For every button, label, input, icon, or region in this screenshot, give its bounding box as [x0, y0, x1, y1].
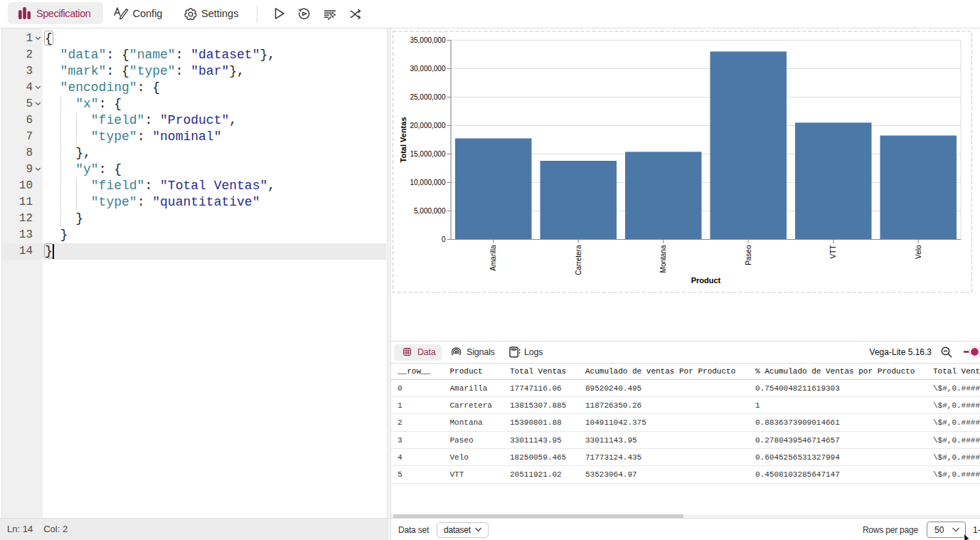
svg-text:Velo: Velo: [915, 245, 922, 259]
svg-text:25,000,000: 25,000,000: [410, 93, 445, 101]
svg-text:Product: Product: [691, 276, 721, 285]
svg-text:35,000,000: 35,000,000: [410, 36, 445, 44]
svg-text:20,000,000: 20,000,000: [410, 122, 445, 129]
svg-text:30,000,000: 30,000,000: [410, 65, 445, 73]
svg-text:Paseo: Paseo: [745, 245, 752, 265]
svg-text:10,000,000: 10,000,000: [410, 179, 445, 186]
svg-text:5,000,000: 5,000,000: [414, 207, 446, 215]
svg-text:Carretera: Carretera: [575, 245, 582, 275]
svg-text:0: 0: [442, 235, 446, 243]
svg-text:Montana: Montana: [659, 245, 667, 272]
svg-text:VTT: VTT: [829, 245, 837, 259]
svg-text:Total Ventas: Total Ventas: [399, 117, 408, 163]
svg-text:15,000,000: 15,000,000: [410, 150, 445, 158]
svg-text:Amarilla: Amarilla: [489, 245, 497, 271]
